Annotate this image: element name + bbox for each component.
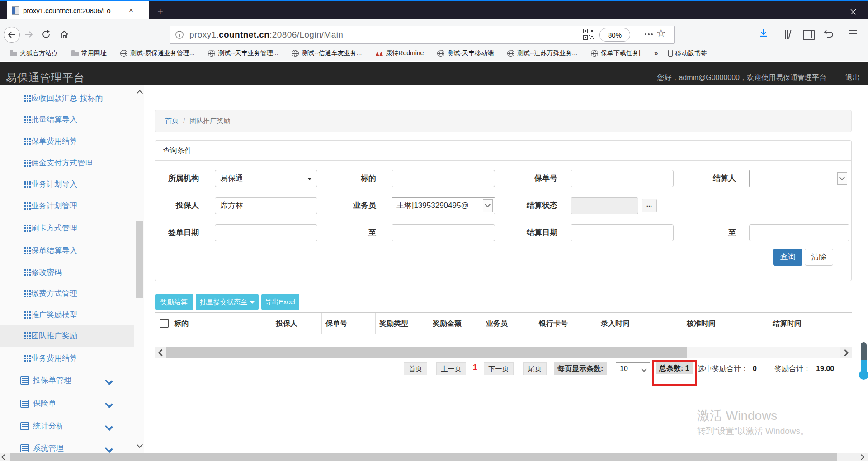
scroll-up-icon[interactable] xyxy=(137,90,143,96)
scroll-right-button[interactable] xyxy=(840,347,852,358)
forward-button[interactable] xyxy=(24,29,34,40)
org-select[interactable]: 易保通 xyxy=(215,170,317,187)
policy-input[interactable] xyxy=(571,170,674,187)
applicant-input[interactable]: 席方林 xyxy=(215,197,317,214)
grid-icon xyxy=(24,116,31,123)
qr-code-icon[interactable] xyxy=(583,29,594,42)
menu-icon[interactable] xyxy=(849,30,857,38)
sidebar-item-15[interactable]: 保险单 xyxy=(0,393,134,414)
caret-down-icon xyxy=(307,178,312,180)
export-excel-button[interactable]: 导出Excel xyxy=(261,294,299,310)
downloads-icon[interactable] xyxy=(759,28,769,40)
sidebar-item-4[interactable]: 佣金支付方式管理 xyxy=(0,152,134,174)
bookmarks-overflow-icon[interactable]: » xyxy=(654,49,658,57)
reload-button[interactable] xyxy=(41,29,52,40)
page: proxy1.countnet.cn:20806/Lo × + proxy1.c… xyxy=(0,0,868,461)
phone-icon xyxy=(668,50,673,57)
sidebar-item-11[interactable]: 推广奖励模型 xyxy=(0,304,134,326)
bookmark-item[interactable]: 火狐官方站点 xyxy=(10,49,58,57)
pagination-first-button[interactable]: 首页 xyxy=(404,362,427,375)
bookmark-item[interactable]: 测试--信通车友业务... xyxy=(292,49,362,57)
bookmark-item[interactable]: 测试-易保通业务管理... xyxy=(120,49,194,57)
sidebar-item-6[interactable]: 业务计划管理 xyxy=(0,195,134,217)
zoom-level-badge[interactable]: 80% xyxy=(599,28,630,42)
status-more-button[interactable]: ... xyxy=(642,199,657,212)
sidebar-scrollbar[interactable] xyxy=(134,85,144,453)
chevron-right-icon xyxy=(859,454,864,460)
logout-link[interactable]: 退出 xyxy=(845,73,860,83)
subject-input[interactable] xyxy=(392,170,495,187)
sidebar-item-9[interactable]: 修改密码 xyxy=(0,262,134,283)
policy-label: 保单号 xyxy=(497,170,557,187)
url-bar[interactable]: proxy1.countnet.cn:20806/Login/Main xyxy=(170,26,675,44)
bookmark-item[interactable]: 保单下载任务| xyxy=(591,49,641,57)
sidebar-item-14[interactable]: 投保单管理 xyxy=(0,370,134,391)
reward-settle-button[interactable]: 奖励结算 xyxy=(155,294,193,310)
browser-tab[interactable]: proxy1.countnet.cn:20806/Lo × xyxy=(7,1,149,19)
sidebar-item-7[interactable]: 刷卡方式管理 xyxy=(0,217,134,239)
breadcrumb-separator: / xyxy=(183,117,185,125)
sidebar-item-13[interactable]: 业务费用结算 xyxy=(0,348,134,369)
bookmark-item[interactable]: 常用网址 xyxy=(71,49,107,57)
back-button[interactable] xyxy=(4,27,20,43)
bookmark-item[interactable]: 康特Redmine xyxy=(375,49,424,57)
pagination-current-page: 1 xyxy=(473,363,477,372)
sidebar-item-label: 刷卡方式管理 xyxy=(31,217,77,239)
page-actions-icon[interactable] xyxy=(641,28,656,41)
breadcrumb-home-link[interactable]: 首页 xyxy=(165,117,179,125)
tab-close-icon[interactable]: × xyxy=(129,6,133,15)
sidebar-item-16[interactable]: 统计分析 xyxy=(0,415,134,437)
agent-select[interactable]: 王琳|13953290495@ xyxy=(392,197,495,214)
sidebar-toggle-icon[interactable] xyxy=(803,30,815,40)
sidebar-item-1[interactable]: 应收回款汇总-按标的 xyxy=(0,88,134,109)
page-horizontal-scrollbar[interactable] xyxy=(0,453,868,461)
page-size-select[interactable]: 10 xyxy=(616,362,650,375)
document-icon xyxy=(20,422,29,430)
bookmark-item[interactable]: 测试--天丰业务管理... xyxy=(208,49,278,57)
sidebar-item-8[interactable]: 保单结算导入 xyxy=(0,240,134,262)
sidebar-item-3[interactable]: 保单费用结算 xyxy=(0,131,134,152)
bookmark-star-icon[interactable]: ☆ xyxy=(656,27,666,39)
sidebar-item-17[interactable]: 系统管理 xyxy=(0,437,134,453)
undo-icon[interactable] xyxy=(824,28,835,40)
settler-select[interactable] xyxy=(749,170,849,187)
signdate-to-input[interactable] xyxy=(392,224,495,241)
window-close-button[interactable] xyxy=(843,3,863,21)
window-maximize-button[interactable] xyxy=(811,3,832,21)
scroll-left-button[interactable] xyxy=(155,347,166,358)
select-arrow-icon xyxy=(641,366,647,372)
scroll-down-icon[interactable] xyxy=(137,442,143,448)
clear-button[interactable]: 清除 xyxy=(805,249,833,266)
table-scrollbar-thumb[interactable] xyxy=(166,347,687,358)
bookmark-label: 测试--江苏万舜业务... xyxy=(517,49,577,57)
bookmark-item[interactable]: 测试--江苏万舜业务... xyxy=(507,49,577,57)
pagination-prev-button[interactable]: 上一页 xyxy=(436,362,466,375)
home-button[interactable] xyxy=(59,29,70,40)
library-icon[interactable] xyxy=(781,29,792,40)
sidebar-item-10[interactable]: 缴费方式管理 xyxy=(0,283,134,305)
select-all-checkbox[interactable] xyxy=(160,319,169,328)
select-arrow-icon xyxy=(483,199,493,212)
signdate-input[interactable] xyxy=(215,224,317,241)
sidebar-item-5[interactable]: 业务计划导入 xyxy=(0,174,134,195)
window-minimize-button[interactable] xyxy=(779,3,800,21)
new-tab-button[interactable]: + xyxy=(157,6,163,17)
bookmark-item[interactable]: 测试-天丰移动端 xyxy=(437,49,494,57)
table-horizontal-scrollbar[interactable] xyxy=(155,347,852,358)
sidebar-item-label: 业务计划导入 xyxy=(31,174,77,195)
settledate-input[interactable] xyxy=(571,224,674,241)
pagination-next-button[interactable]: 下一页 xyxy=(484,362,514,375)
search-button[interactable]: 查询 xyxy=(773,249,802,266)
pagination-last-button[interactable]: 尾页 xyxy=(523,362,547,375)
site-info-icon[interactable] xyxy=(175,31,184,39)
sidebar-scrollbar-thumb[interactable] xyxy=(136,221,143,298)
sidebar-item-12[interactable]: 团队推广奖励 xyxy=(0,325,134,347)
grid-icon xyxy=(24,138,31,145)
sidebar-item-2[interactable]: 批量结算导入 xyxy=(0,109,134,131)
settledate-to-input[interactable] xyxy=(749,224,849,241)
bookmark-item[interactable]: 移动版书签 xyxy=(668,49,707,57)
batch-submit-button[interactable]: 批量提交状态至 xyxy=(196,294,259,310)
sidebar-item-label: 应收回款汇总-按标的 xyxy=(31,88,103,109)
page-scrollbar-thumb[interactable] xyxy=(10,453,837,461)
sidebar-item-label: 批量结算导入 xyxy=(31,109,77,131)
